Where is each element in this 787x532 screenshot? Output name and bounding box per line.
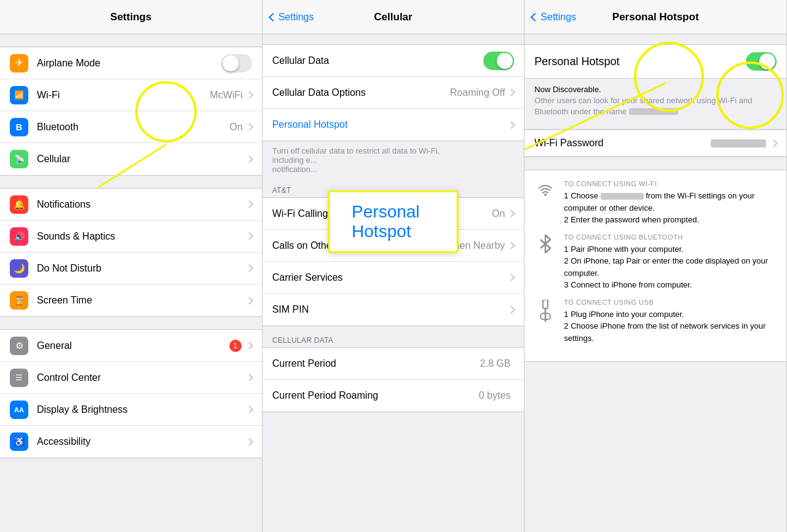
wifi-calling-value: On bbox=[492, 208, 505, 219]
discoverable-text: Now Discoverable. bbox=[534, 85, 601, 94]
airplane-mode-toggle[interactable] bbox=[221, 54, 252, 72]
connect-wifi-text: TO CONNECT USING WI-FI 1 Choose from the… bbox=[564, 180, 777, 226]
back-chevron-icon bbox=[269, 12, 277, 21]
settings-panel: Settings ✈ Airplane Mode 📶 Wi-Fi McWiFi bbox=[0, 0, 263, 532]
cellular-panel: Personal Hotspot Settings Cellular Cellu… bbox=[263, 0, 525, 532]
hotspot-back-button[interactable]: Settings bbox=[532, 12, 576, 23]
current-period-roaming-label: Current Period Roaming bbox=[272, 390, 479, 401]
bluetooth-value: On bbox=[229, 122, 242, 133]
hotspot-highlight-box: Personal Hotspot bbox=[328, 190, 459, 253]
hotspot-back-label: Settings bbox=[540, 12, 576, 23]
airplane-mode-item[interactable]: ✈ Airplane Mode bbox=[0, 47, 262, 79]
dnd-item[interactable]: 🌙 Do Not Disturb bbox=[0, 252, 262, 284]
notifications-item[interactable]: 🔔 Notifications bbox=[0, 189, 262, 221]
wifi-connect-icon bbox=[534, 180, 556, 198]
airplane-mode-icon: ✈ bbox=[10, 54, 28, 72]
hotspot-label: Personal Hotspot bbox=[534, 55, 746, 68]
wifi-value: McWiFi bbox=[210, 90, 242, 101]
accessibility-item[interactable]: ♿ Accessibility bbox=[0, 426, 262, 458]
accessibility-label: Accessibility bbox=[37, 436, 247, 447]
notifications-icon: 🔔 bbox=[10, 195, 28, 214]
sounds-label: Sounds & Haptics bbox=[37, 231, 247, 242]
notifications-chevron bbox=[245, 200, 253, 208]
cellular-data-options-value: Roaming Off bbox=[450, 87, 505, 98]
connect-wifi-steps: 1 Choose from the Wi-Fi settings on your… bbox=[564, 190, 777, 226]
displaybrightness-item[interactable]: AA Display & Brightness bbox=[0, 394, 262, 426]
general-badge: 1 bbox=[229, 340, 242, 352]
cellular-data-options-item[interactable]: Cellular Data Options Roaming Off bbox=[263, 77, 524, 109]
cellular-icon: 📡 bbox=[10, 150, 28, 168]
carrier-services-item[interactable]: Carrier Services bbox=[263, 262, 524, 294]
panel2-scroll[interactable]: Cellular Data Cellular Data Options Roam… bbox=[263, 34, 524, 532]
general-chevron bbox=[245, 342, 253, 350]
current-period-roaming-item: Current Period Roaming 0 bytes bbox=[263, 380, 524, 412]
connect-wifi-section: TO CONNECT USING WI-FI 1 Choose from the… bbox=[524, 170, 786, 362]
network-name-blur bbox=[629, 108, 678, 115]
back-label: Settings bbox=[279, 12, 314, 23]
wifi-password-chevron bbox=[770, 139, 778, 147]
displaybrightness-icon: AA bbox=[10, 401, 28, 419]
wifi-chevron bbox=[245, 91, 253, 99]
current-period-label: Current Period bbox=[272, 358, 480, 369]
current-period-roaming-value: 0 bytes bbox=[479, 390, 511, 401]
carrier-services-label: Carrier Services bbox=[272, 272, 509, 283]
cellular-data-options-chevron bbox=[507, 88, 515, 96]
screentime-item[interactable]: ⌛ Screen Time bbox=[0, 284, 262, 316]
accessibility-icon: ♿ bbox=[10, 432, 28, 451]
panel2-header: Settings Cellular bbox=[263, 0, 524, 34]
wifi-password-section: Wi-Fi Password bbox=[524, 129, 786, 157]
connect-wifi-title: TO CONNECT USING WI-FI bbox=[564, 180, 777, 187]
general-section: ⚙ General 1 ☰ Control Center AA Display … bbox=[0, 329, 262, 458]
cellular-data-label: Cellular Data bbox=[272, 55, 484, 66]
dnd-icon: 🌙 bbox=[10, 259, 28, 278]
controlcenter-item[interactable]: ☰ Control Center bbox=[0, 362, 262, 394]
general-icon: ⚙ bbox=[10, 337, 28, 355]
hotspot-toggle-row[interactable]: Personal Hotspot bbox=[524, 45, 786, 78]
personal-hotspot-item[interactable]: Personal Hotspot bbox=[263, 109, 524, 141]
connect-bluetooth-text: TO CONNECT USING BLUETOOTH 1 Pair iPhone… bbox=[564, 233, 777, 291]
panel3-header: Settings Personal Hotspot bbox=[524, 0, 786, 34]
general-item[interactable]: ⚙ General 1 bbox=[0, 330, 262, 362]
notifications-label: Notifications bbox=[37, 199, 247, 210]
sim-pin-item[interactable]: SIM PIN bbox=[263, 294, 524, 326]
notifications-section: 🔔 Notifications 🔊 Sounds & Haptics 🌙 Do … bbox=[0, 188, 262, 317]
panel2-title: Cellular bbox=[374, 11, 412, 23]
usb-connect-icon bbox=[534, 299, 556, 322]
hotspot-toggle[interactable] bbox=[746, 52, 777, 71]
bluetooth-item[interactable]: B Bluetooth On bbox=[0, 111, 262, 143]
bluetooth-label: Bluetooth bbox=[37, 122, 229, 133]
cellular-top-section: Cellular Data Cellular Data Options Roam… bbox=[263, 44, 524, 141]
hotspot-row: Personal Hotspot bbox=[524, 44, 786, 79]
controlcenter-label: Control Center bbox=[37, 372, 247, 383]
password-blur bbox=[711, 139, 766, 147]
sounds-chevron bbox=[245, 232, 253, 240]
cellular-data-toggle[interactable] bbox=[483, 52, 514, 70]
hotspot-back-chevron-icon bbox=[531, 12, 539, 21]
cellular-item[interactable]: 📡 Cellular bbox=[0, 143, 262, 175]
dnd-label: Do Not Disturb bbox=[37, 263, 247, 274]
screentime-chevron bbox=[245, 297, 253, 305]
sim-pin-label: SIM PIN bbox=[272, 304, 509, 315]
wifi-password-label: Wi-Fi Password bbox=[534, 138, 711, 149]
svg-rect-3 bbox=[543, 300, 548, 308]
current-period-value: 2.8 GB bbox=[480, 358, 511, 369]
dnd-chevron bbox=[245, 264, 253, 272]
cellular-data-item[interactable]: Cellular Data bbox=[263, 45, 524, 77]
general-label: General bbox=[37, 340, 229, 351]
wifi-label: Wi-Fi bbox=[37, 90, 210, 101]
svg-point-2 bbox=[544, 194, 547, 196]
connect-bluetooth-title: TO CONNECT USING BLUETOOTH bbox=[564, 233, 777, 241]
connect-bluetooth-row: TO CONNECT USING BLUETOOTH 1 Pair iPhone… bbox=[534, 233, 777, 291]
controlcenter-icon: ☰ bbox=[10, 369, 28, 387]
wifi-password-row[interactable]: Wi-Fi Password bbox=[524, 130, 786, 157]
cellular-back-button[interactable]: Settings bbox=[270, 12, 314, 23]
connect-usb-title: TO CONNECT USING USB bbox=[564, 299, 777, 306]
sounds-item[interactable]: 🔊 Sounds & Haptics bbox=[0, 221, 262, 252]
bluetooth-chevron bbox=[245, 123, 253, 131]
cellular-data-section-label: CELLULAR DATA bbox=[263, 326, 524, 347]
cellular-label: Cellular bbox=[37, 154, 247, 165]
wifi-item[interactable]: 📶 Wi-Fi McWiFi bbox=[0, 79, 262, 111]
panel3-title: Personal Hotspot bbox=[612, 11, 699, 23]
cellular-data-options-label: Cellular Data Options bbox=[272, 87, 450, 98]
connectivity-section: ✈ Airplane Mode 📶 Wi-Fi McWiFi B Blu bbox=[0, 47, 262, 176]
